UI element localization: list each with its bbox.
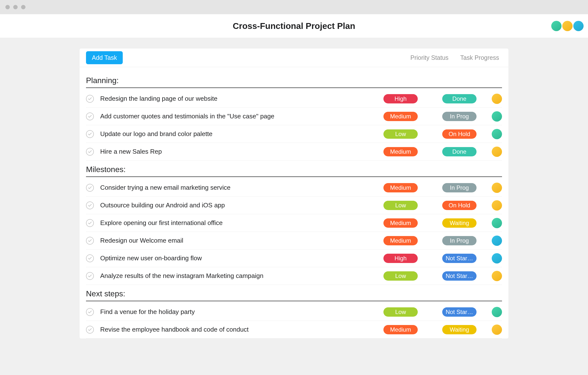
progress-pill[interactable]: Waiting xyxy=(442,218,477,228)
task-title: Find a venue for the holiday party xyxy=(100,308,383,316)
complete-check-icon[interactable] xyxy=(86,272,94,280)
complete-check-icon[interactable] xyxy=(86,219,94,227)
complete-check-icon[interactable] xyxy=(86,148,94,156)
project-panel: Add Task Priority Status Task Progress P… xyxy=(80,49,508,338)
task-title: Hire a new Sales Rep xyxy=(100,148,383,155)
traffic-light xyxy=(5,5,10,9)
priority-pill[interactable]: Medium xyxy=(383,236,418,245)
sections-container: Planning:Redesign the landing page of ou… xyxy=(80,67,508,338)
priority-pill[interactable]: Medium xyxy=(383,325,418,334)
priority-pill[interactable]: Low xyxy=(383,201,418,210)
task-row[interactable]: Update our logo and brand color paletteL… xyxy=(86,125,502,143)
assignee-avatar[interactable] xyxy=(492,271,502,281)
task-title: Update our logo and brand color palette xyxy=(100,130,383,138)
complete-check-icon[interactable] xyxy=(86,308,94,316)
priority-pill[interactable]: Medium xyxy=(383,183,418,192)
task-row[interactable]: Find a venue for the holiday partyLowNot… xyxy=(86,303,502,321)
task-title: Add customer quotes and testimonials in … xyxy=(100,112,383,120)
column-progress-header: Task Progress xyxy=(460,54,499,61)
collaborators xyxy=(551,21,584,31)
task-title: Outsource building our Android and iOS a… xyxy=(100,201,383,209)
collaborator-avatar[interactable] xyxy=(573,21,584,31)
task-row[interactable]: Outsource building our Android and iOS a… xyxy=(86,197,502,214)
assignee-avatar[interactable] xyxy=(492,253,502,263)
section-title: Planning: xyxy=(86,72,502,88)
complete-check-icon[interactable] xyxy=(86,254,94,262)
assignee-avatar[interactable] xyxy=(492,147,502,157)
window-chrome xyxy=(0,0,588,14)
assignee-avatar[interactable] xyxy=(492,111,502,122)
section-title: Milestones: xyxy=(86,161,502,177)
task-row[interactable]: Hire a new Sales RepMediumDone xyxy=(86,143,502,161)
assignee-avatar[interactable] xyxy=(492,307,502,317)
task-title: Analyze results of the new instagram Mar… xyxy=(100,272,383,280)
assignee-avatar[interactable] xyxy=(492,218,502,228)
progress-pill[interactable]: In Prog xyxy=(442,112,477,121)
task-title: Redesign the landing page of our website xyxy=(100,95,383,102)
assignee-avatar[interactable] xyxy=(492,183,502,193)
progress-pill[interactable]: In Prog xyxy=(442,236,477,245)
progress-pill[interactable]: On Hold xyxy=(442,129,477,139)
priority-pill[interactable]: Low xyxy=(383,129,418,139)
complete-check-icon[interactable] xyxy=(86,326,94,334)
task-title: Optimize new user on-boarding flow xyxy=(100,254,383,262)
complete-check-icon[interactable] xyxy=(86,201,94,209)
assignee-avatar[interactable] xyxy=(492,200,502,211)
collaborator-avatar[interactable] xyxy=(551,21,562,31)
task-row[interactable]: Explore opening our first international … xyxy=(86,214,502,232)
complete-check-icon[interactable] xyxy=(86,237,94,245)
priority-pill[interactable]: Medium xyxy=(383,218,418,228)
priority-pill[interactable]: Medium xyxy=(383,112,418,121)
priority-pill[interactable]: Low xyxy=(383,307,418,317)
task-title: Revise the employee handbook and code of… xyxy=(100,326,383,333)
complete-check-icon[interactable] xyxy=(86,130,94,138)
complete-check-icon[interactable] xyxy=(86,184,94,192)
task-row[interactable]: Redesign our Welcome emailMediumIn Prog xyxy=(86,232,502,250)
task-row[interactable]: Analyze results of the new instagram Mar… xyxy=(86,267,502,285)
section-title: Next steps: xyxy=(86,285,502,301)
task-title: Redesign our Welcome email xyxy=(100,237,383,244)
app-header: Cross-Functional Project Plan xyxy=(0,14,588,38)
task-row[interactable]: Revise the employee handbook and code of… xyxy=(86,321,502,338)
progress-pill[interactable]: Not Star… xyxy=(442,254,477,263)
progress-pill[interactable]: Not Star… xyxy=(442,271,477,281)
progress-pill[interactable]: Done xyxy=(442,94,477,103)
add-task-button[interactable]: Add Task xyxy=(86,51,123,64)
progress-pill[interactable]: Not Star… xyxy=(442,307,477,317)
complete-check-icon[interactable] xyxy=(86,112,94,120)
toolbar: Add Task Priority Status Task Progress xyxy=(80,49,508,67)
assignee-avatar[interactable] xyxy=(492,236,502,246)
priority-pill[interactable]: Low xyxy=(383,271,418,281)
task-row[interactable]: Optimize new user on-boarding flowHighNo… xyxy=(86,250,502,267)
assignee-avatar[interactable] xyxy=(492,94,502,104)
priority-pill[interactable]: High xyxy=(383,94,418,103)
priority-pill[interactable]: Medium xyxy=(383,147,418,156)
progress-pill[interactable]: Done xyxy=(442,147,477,156)
progress-pill[interactable]: On Hold xyxy=(442,201,477,210)
traffic-light xyxy=(21,5,25,9)
assignee-avatar[interactable] xyxy=(492,129,502,139)
progress-pill[interactable]: Waiting xyxy=(442,325,477,334)
traffic-light xyxy=(13,5,18,9)
task-title: Consider trying a new email marketing se… xyxy=(100,184,383,191)
complete-check-icon[interactable] xyxy=(86,95,94,103)
assignee-avatar[interactable] xyxy=(492,325,502,335)
page-title: Cross-Functional Project Plan xyxy=(233,21,355,31)
task-row[interactable]: Redesign the landing page of our website… xyxy=(86,90,502,108)
task-row[interactable]: Add customer quotes and testimonials in … xyxy=(86,108,502,125)
column-priority-header: Priority Status xyxy=(410,54,449,61)
progress-pill[interactable]: In Prog xyxy=(442,183,477,192)
priority-pill[interactable]: High xyxy=(383,254,418,263)
task-title: Explore opening our first international … xyxy=(100,219,383,227)
collaborator-avatar[interactable] xyxy=(562,21,573,31)
task-row[interactable]: Consider trying a new email marketing se… xyxy=(86,179,502,197)
